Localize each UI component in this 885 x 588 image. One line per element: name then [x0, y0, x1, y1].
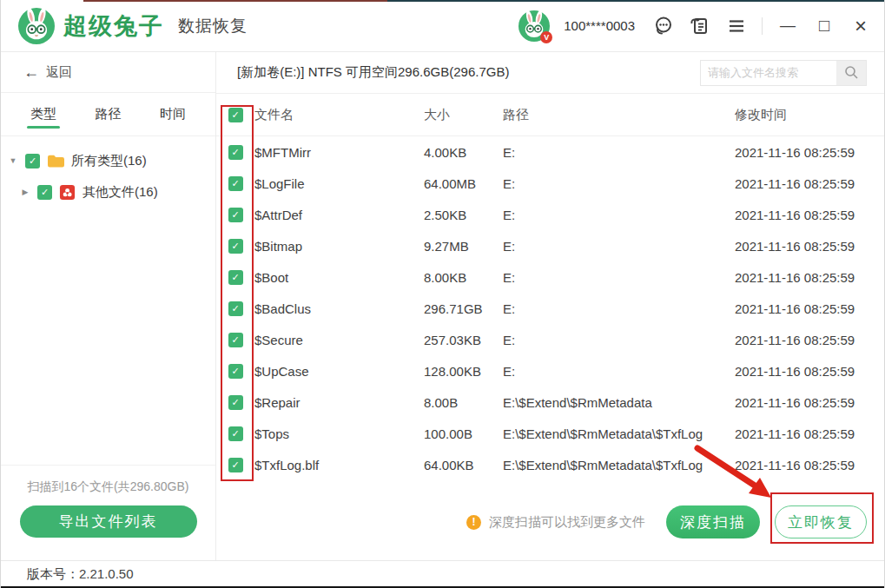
- column-header-size[interactable]: 大小: [424, 107, 503, 123]
- cell-path: E:\$Extend\$RmMetadata\$TxfLog: [503, 426, 735, 441]
- table-row[interactable]: ✓ $TxfLog.blf 64.00KB E:\$Extend\$RmMeta…: [216, 449, 884, 480]
- cell-filename: $LogFile: [254, 176, 424, 191]
- volume-info-bar: [新加卷(E:)] NTFS 可用空间296.6GB(296.7GB): [216, 52, 884, 94]
- cell-size: 64.00KB: [424, 458, 503, 472]
- table-row[interactable]: ✓ $Boot 8.00KB E: 2021-11-16 08:25:59: [216, 261, 884, 293]
- vip-badge: V: [540, 31, 552, 43]
- cell-mtime: 2021-11-16 08:25:59: [735, 301, 884, 316]
- scan-summary: 扫描到16个文件(共296.80GB): [1, 479, 215, 495]
- back-label: 返回: [46, 64, 72, 81]
- tab-time[interactable]: 时间: [158, 95, 188, 134]
- table-row[interactable]: ✓ $MFTMirr 4.00KB E: 2021-11-16 08:25:59: [216, 136, 884, 168]
- app-window: 超级兔子 数据恢复 V 100*: [0, 0, 885, 588]
- cell-path: E:\$Extend\$RmMetadata\$TxfLog: [503, 458, 735, 472]
- recover-now-button[interactable]: 立即恢复: [775, 505, 867, 538]
- brand-name: 超级兔子: [63, 10, 164, 42]
- caret-right-icon[interactable]: ▶: [20, 188, 30, 196]
- product-name: 数据恢复: [178, 15, 248, 37]
- row-checkbox[interactable]: ✓: [228, 333, 243, 347]
- row-checkbox[interactable]: ✓: [228, 270, 243, 285]
- row-checkbox[interactable]: ✓: [228, 458, 243, 472]
- table-row[interactable]: ✓ $BadClus 296.71GB E: 2021-11-16 08:25:…: [216, 293, 884, 324]
- search-box: [700, 60, 867, 86]
- export-file-list-button[interactable]: 导出文件列表: [20, 505, 197, 538]
- sidebar-bottom: 扫描到16个文件(共296.80GB) 导出文件列表: [1, 465, 215, 560]
- cell-filename: $Repair: [254, 395, 424, 410]
- table-row[interactable]: ✓ $Repair 8.00B E:\$Extend\$RmMetadata 2…: [216, 386, 884, 418]
- cell-path: E:: [503, 145, 735, 160]
- cell-mtime: 2021-11-16 08:25:59: [735, 395, 884, 410]
- cell-mtime: 2021-11-16 08:25:59: [735, 176, 884, 191]
- deep-scan-button[interactable]: 深度扫描: [666, 505, 760, 538]
- cell-size: 100.00B: [424, 426, 503, 441]
- cell-filename: $UpCase: [254, 364, 424, 379]
- column-header-path[interactable]: 路径: [503, 107, 735, 123]
- search-button[interactable]: [836, 61, 866, 85]
- main-panel: [新加卷(E:)] NTFS 可用空间296.6GB(296.7GB) ✓ 文件…: [216, 52, 884, 560]
- checkbox-other-files[interactable]: ✓: [37, 185, 52, 200]
- minimize-button[interactable]: —: [776, 15, 799, 37]
- table-row[interactable]: ✓ $Bitmap 9.27MB E: 2021-11-16 08:25:59: [216, 230, 884, 261]
- close-button[interactable]: ×: [849, 15, 872, 37]
- menu-icon[interactable]: [725, 15, 748, 37]
- caret-down-icon[interactable]: ▼: [8, 156, 18, 165]
- row-checkbox[interactable]: ✓: [228, 145, 243, 160]
- cell-filename: $Bitmap: [254, 239, 424, 254]
- cell-mtime: 2021-11-16 08:25:59: [735, 145, 884, 160]
- tree-label: 其他文件(16): [83, 184, 158, 201]
- cell-size: 2.50KB: [424, 208, 503, 222]
- cell-mtime: 2021-11-16 08:25:59: [735, 426, 884, 441]
- back-button[interactable]: ← 返回: [1, 52, 215, 93]
- cell-path: E:: [503, 270, 735, 285]
- tree-item-all-types[interactable]: ▼ ✓ 所有类型(16): [1, 145, 215, 176]
- cell-path: E:: [503, 239, 735, 254]
- cell-filename: $MFTMirr: [254, 145, 424, 160]
- app-logo: 超级兔子 数据恢复: [18, 8, 248, 44]
- support-icon[interactable]: [652, 15, 675, 37]
- row-checkbox[interactable]: ✓: [228, 301, 243, 316]
- cell-size: 9.27MB: [424, 239, 503, 254]
- column-header-filename[interactable]: 文件名: [254, 107, 424, 123]
- table-row[interactable]: ✓ $Secure 257.03KB E: 2021-11-16 08:25:5…: [216, 324, 884, 355]
- row-checkbox[interactable]: ✓: [228, 176, 243, 191]
- cell-filename: $TxfLog.blf: [254, 458, 424, 472]
- user-avatar[interactable]: V: [518, 10, 550, 42]
- table-row[interactable]: ✓ $UpCase 128.00KB E: 2021-11-16 08:25:5…: [216, 355, 884, 386]
- table-header: ✓ 文件名 大小 路径 修改时间: [216, 94, 884, 136]
- tree-label: 所有类型(16): [71, 153, 147, 169]
- row-checkbox[interactable]: ✓: [228, 239, 243, 254]
- maximize-button[interactable]: □: [813, 15, 835, 37]
- row-checkbox[interactable]: ✓: [228, 208, 243, 222]
- tab-type[interactable]: 类型: [29, 95, 58, 134]
- cell-path: E:: [503, 333, 735, 347]
- row-checkbox[interactable]: ✓: [228, 395, 243, 410]
- titlebar-separator: [762, 17, 763, 35]
- table-row[interactable]: ✓ $LogFile 64.00MB E: 2021-11-16 08:25:5…: [216, 168, 884, 199]
- cell-mtime: 2021-11-16 08:25:59: [735, 208, 884, 222]
- feedback-icon[interactable]: [689, 15, 711, 37]
- search-input[interactable]: [701, 61, 836, 85]
- screen-edge-artifact: [1, 0, 884, 2]
- row-checkbox[interactable]: ✓: [228, 426, 243, 441]
- cell-mtime: 2021-11-16 08:25:59: [735, 333, 884, 347]
- warning-icon: !: [466, 515, 481, 530]
- select-all-checkbox[interactable]: ✓: [228, 108, 243, 122]
- checkbox-all-types[interactable]: ✓: [25, 154, 40, 168]
- table-body: ✓ $MFTMirr 4.00KB E: 2021-11-16 08:25:59…: [216, 136, 884, 480]
- cell-size: 8.00B: [424, 395, 503, 410]
- table-row[interactable]: ✓ $AttrDef 2.50KB E: 2021-11-16 08:25:59: [216, 199, 884, 230]
- row-checkbox[interactable]: ✓: [228, 364, 243, 379]
- folder-icon: [47, 154, 64, 168]
- titlebar: 超级兔子 数据恢复 V 100*: [1, 0, 884, 52]
- column-header-mtime[interactable]: 修改时间: [735, 107, 884, 123]
- cell-path: E:: [503, 208, 735, 222]
- sidebar: ← 返回 类型 路径 时间 ▼ ✓ 所有类型(16) ▶: [1, 52, 216, 560]
- cell-path: E:: [503, 301, 735, 316]
- cell-filename: $Boot: [254, 270, 424, 285]
- tree-item-other-files[interactable]: ▶ ✓ 其他文件(16): [1, 176, 215, 208]
- tab-path[interactable]: 路径: [94, 95, 123, 134]
- cell-filename: $BadClus: [254, 301, 424, 316]
- sidebar-tabs: 类型 路径 时间: [1, 93, 215, 136]
- table-row[interactable]: ✓ $Tops 100.00B E:\$Extend\$RmMetadata\$…: [216, 418, 884, 449]
- cell-mtime: 2021-11-16 08:25:59: [735, 458, 884, 472]
